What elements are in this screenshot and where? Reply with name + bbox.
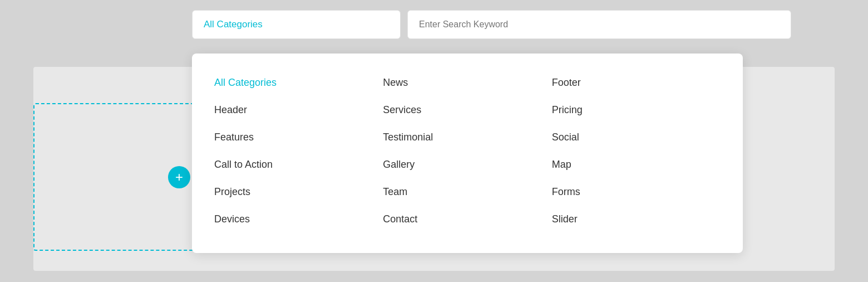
dropdown-col-1: NewsServicesTestimonialGalleryTeamContac…: [383, 69, 551, 233]
dropdown-item-map[interactable]: Map: [552, 151, 721, 178]
top-controls: All Categories: [192, 10, 791, 39]
dropdown-item-news[interactable]: News: [383, 69, 551, 96]
category-dropdown-button[interactable]: All Categories: [192, 10, 401, 39]
dropdown-item-footer[interactable]: Footer: [552, 69, 721, 96]
dropdown-item-contact[interactable]: Contact: [383, 206, 551, 233]
dropdown-item-team[interactable]: Team: [383, 178, 551, 206]
dropdown-col-2: FooterPricingSocialMapFormsSlider: [552, 69, 721, 233]
dropdown-col-0: All CategoriesHeaderFeaturesCall to Acti…: [214, 69, 383, 233]
dropdown-item-gallery[interactable]: Gallery: [383, 151, 551, 178]
dropdown-item-testimonial[interactable]: Testimonial: [383, 124, 551, 151]
dropdown-item-forms[interactable]: Forms: [552, 178, 721, 206]
dropdown-item-call-to-action[interactable]: Call to Action: [214, 151, 383, 178]
add-section-button[interactable]: +: [168, 166, 190, 188]
category-button-label: All Categories: [204, 19, 263, 30]
dropdown-item-features[interactable]: Features: [214, 124, 383, 151]
dropdown-item-services[interactable]: Services: [383, 96, 551, 124]
dropdown-item-devices[interactable]: Devices: [214, 206, 383, 233]
dropdown-item-slider[interactable]: Slider: [552, 206, 721, 233]
search-input[interactable]: [419, 20, 780, 30]
dropdown-item-pricing[interactable]: Pricing: [552, 96, 721, 124]
dropdown-item-projects[interactable]: Projects: [214, 178, 383, 206]
dropdown-item-all-categories[interactable]: All Categories: [214, 69, 383, 96]
search-wrapper: [407, 10, 791, 39]
dropdown-item-social[interactable]: Social: [552, 124, 721, 151]
category-dropdown-panel: All CategoriesHeaderFeaturesCall to Acti…: [192, 54, 743, 253]
plus-icon: +: [175, 171, 183, 184]
dropdown-grid: All CategoriesHeaderFeaturesCall to Acti…: [214, 69, 721, 233]
dropdown-item-header[interactable]: Header: [214, 96, 383, 124]
